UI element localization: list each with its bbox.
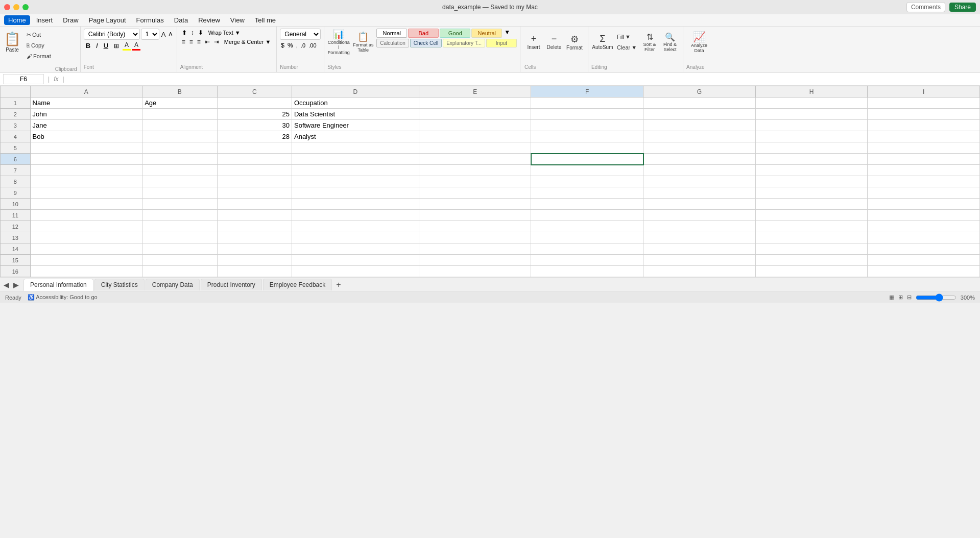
tab-nav-right[interactable]: ▶	[12, 281, 20, 289]
wrap-text-button[interactable]: Wrap Text ▼	[206, 29, 243, 37]
align-middle-button[interactable]: ↕	[189, 29, 196, 37]
cell-D3[interactable]: Software Engineer	[292, 120, 419, 131]
menu-tell-me[interactable]: Tell me	[251, 15, 280, 25]
cell-I6[interactable]	[868, 154, 980, 165]
indent-increase-button[interactable]: ⇥	[212, 38, 221, 46]
comma-button[interactable]: ,	[295, 42, 299, 49]
cell-F1[interactable]	[531, 97, 643, 109]
cell-H3[interactable]	[755, 120, 868, 131]
percent-button[interactable]: %	[286, 42, 294, 49]
cell-E3[interactable]	[419, 120, 531, 131]
calculation-style[interactable]: Calculation	[376, 39, 409, 47]
normal-view-button[interactable]: ▦	[889, 294, 894, 301]
spreadsheet-scroll[interactable]: A B C D E F G H I 1 Name Age	[0, 86, 980, 277]
cell-B6[interactable]	[142, 154, 217, 165]
sheet-tab-personal-information[interactable]: Personal Information	[23, 279, 93, 291]
number-format-select[interactable]: General	[280, 29, 321, 40]
cell-D6[interactable]	[292, 154, 419, 165]
align-bottom-button[interactable]: ⬇	[197, 29, 205, 37]
copy-button[interactable]: ⎘Copy	[25, 40, 53, 51]
cell-E4[interactable]	[419, 131, 531, 142]
format-cells-button[interactable]: ⚙ Format	[565, 29, 584, 55]
indent-decrease-button[interactable]: ⇤	[203, 38, 211, 46]
cell-C4[interactable]: 28	[217, 131, 292, 142]
bad-style[interactable]: Bad	[408, 29, 439, 38]
menu-insert[interactable]: Insert	[32, 15, 57, 25]
paste-button[interactable]: 📋 Paste	[2, 29, 22, 55]
format-painter-button[interactable]: 🖌Format	[25, 51, 53, 61]
cell-F2[interactable]	[531, 109, 643, 120]
underline-button[interactable]: U	[102, 41, 110, 50]
name-box[interactable]	[3, 74, 44, 84]
cell-D1[interactable]: Occupation	[292, 97, 419, 109]
cut-button[interactable]: ✂Cut	[25, 30, 53, 40]
cell-I3[interactable]	[868, 120, 980, 131]
cell-C6[interactable]	[217, 154, 292, 165]
font-increase-button[interactable]: A	[160, 31, 167, 38]
sheet-tab-product-inventory[interactable]: Product Inventory	[201, 279, 262, 290]
align-top-button[interactable]: ⬆	[180, 29, 188, 37]
cell-B5[interactable]	[142, 142, 217, 154]
align-left-button[interactable]: ≡	[180, 38, 187, 46]
close-button[interactable]	[4, 4, 10, 10]
cell-I4[interactable]	[868, 131, 980, 142]
good-style[interactable]: Good	[440, 29, 470, 38]
cell-E2[interactable]	[419, 109, 531, 120]
cell-A3[interactable]: Jane	[30, 120, 142, 131]
cell-A2[interactable]: John	[30, 109, 142, 120]
cell-H4[interactable]	[755, 131, 868, 142]
cell-D5[interactable]	[292, 142, 419, 154]
add-sheet-button[interactable]: +	[333, 279, 344, 290]
menu-view[interactable]: View	[226, 15, 249, 25]
cell-D4[interactable]: Analyst	[292, 131, 419, 142]
cell-F3[interactable]	[531, 120, 643, 131]
cell-I1[interactable]	[868, 97, 980, 109]
cell-A5[interactable]	[30, 142, 142, 154]
cell-B2[interactable]	[142, 109, 217, 120]
page-break-button[interactable]: ⊟	[907, 294, 912, 301]
align-center-button[interactable]: ≡	[188, 38, 195, 46]
menu-page-layout[interactable]: Page Layout	[85, 15, 130, 25]
cell-F4[interactable]	[531, 131, 643, 142]
cell-B1[interactable]: Age	[142, 97, 217, 109]
cell-H2[interactable]	[755, 109, 868, 120]
cell-A6[interactable]	[30, 154, 142, 165]
col-header-D[interactable]: D	[292, 86, 419, 97]
cell-F5[interactable]	[531, 142, 643, 154]
font-decrease-button[interactable]: A	[168, 31, 173, 37]
col-header-G[interactable]: G	[643, 86, 756, 97]
formula-input[interactable]	[68, 76, 977, 83]
delete-cells-button[interactable]: − Delete	[545, 29, 563, 55]
analyze-data-button[interactable]: 📈 Analyze Data	[686, 29, 712, 55]
fill-color-button[interactable]: A	[123, 41, 131, 51]
cell-D2[interactable]: Data Scientist	[292, 109, 419, 120]
col-header-H[interactable]: H	[755, 86, 868, 97]
menu-formulas[interactable]: Formulas	[132, 15, 168, 25]
cell-H5[interactable]	[755, 142, 868, 154]
menu-review[interactable]: Review	[194, 15, 224, 25]
cell-E1[interactable]	[419, 97, 531, 109]
find-select-button[interactable]: 🔍 Find & Select	[660, 29, 680, 55]
cell-C3[interactable]: 30	[217, 120, 292, 131]
cell-B4[interactable]	[142, 131, 217, 142]
styles-expand-button[interactable]: ▼	[503, 29, 511, 38]
font-family-select[interactable]: Calibri (Body)	[84, 29, 140, 40]
neutral-style[interactable]: Neutral	[471, 29, 502, 38]
menu-draw[interactable]: Draw	[59, 15, 82, 25]
cell-H6[interactable]	[755, 154, 868, 165]
page-layout-button[interactable]: ⊞	[898, 294, 903, 301]
increase-decimal-button[interactable]: .00	[307, 42, 317, 48]
cell-G2[interactable]	[643, 109, 756, 120]
align-right-button[interactable]: ≡	[196, 38, 202, 46]
cell-A7[interactable]	[30, 165, 142, 176]
cell-F6[interactable]	[531, 154, 643, 165]
clear-button[interactable]: Clear ▼	[615, 42, 639, 53]
minimize-button[interactable]	[13, 4, 19, 10]
cell-G6[interactable]	[643, 154, 756, 165]
col-header-C[interactable]: C	[217, 86, 292, 97]
cell-G1[interactable]	[643, 97, 756, 109]
explanatory-style[interactable]: Explanatory T...	[443, 39, 485, 47]
cell-G3[interactable]	[643, 120, 756, 131]
sort-filter-button[interactable]: ⇅ Sort & Filter	[640, 29, 659, 55]
col-header-F[interactable]: F	[531, 86, 643, 97]
